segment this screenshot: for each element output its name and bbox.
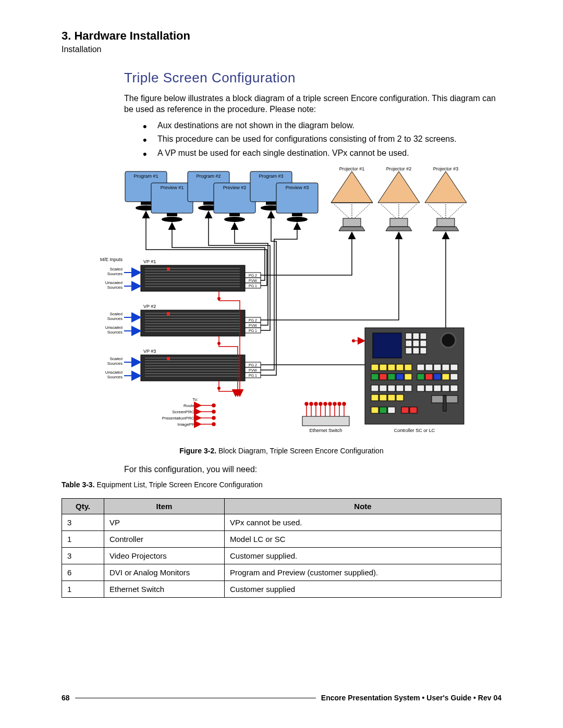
svg-rect-155 [380, 374, 387, 380]
svg-point-109 [328, 402, 332, 405]
ethernet-switch: Ethernet Switch [302, 402, 349, 433]
svg-line-30 [449, 204, 464, 218]
svg-rect-16 [292, 213, 302, 216]
svg-text:Unscaled: Unscaled [105, 280, 123, 285]
svg-text:PVW: PVW [249, 368, 257, 372]
svg-rect-134 [406, 333, 412, 339]
svg-rect-158 [405, 374, 412, 380]
svg-rect-140 [406, 348, 412, 354]
svg-text:PG 2: PG 2 [249, 363, 257, 367]
block-diagram: Program #1 Preview #1 Program #2 [62, 166, 501, 442]
bullet-list: Aux destinations are not shown in the di… [140, 120, 501, 159]
svg-point-101 [310, 402, 313, 405]
svg-rect-40 [167, 267, 170, 270]
svg-text:Sources: Sources [107, 285, 123, 290]
svg-rect-62 [167, 312, 170, 315]
vp-unit-2: VP #2 PG 2 PVW PG 1 [141, 304, 261, 336]
svg-rect-169 [417, 385, 424, 391]
svg-rect-75 [141, 355, 245, 381]
table-header-row: Qty. Item Note [62, 498, 501, 514]
label-program-2: Program #2 [196, 174, 221, 179]
svg-rect-154 [371, 374, 378, 380]
svg-rect-153 [450, 364, 458, 371]
svg-rect-135 [413, 333, 419, 339]
label-vp-3: VP #3 [143, 349, 156, 354]
bullet-item: Aux destinations are not shown in the di… [140, 120, 501, 131]
svg-rect-4 [167, 213, 177, 216]
svg-rect-157 [396, 374, 403, 380]
svg-line-25 [381, 204, 396, 218]
svg-rect-10 [229, 213, 240, 216]
svg-rect-151 [434, 364, 441, 371]
footer-rule [75, 698, 316, 698]
diagram-svg: Program #1 Preview #1 Program #2 [83, 166, 480, 442]
page-footer: 68 Encore Presentation System • User's G… [62, 694, 501, 702]
bullet-item: A VP must be used for each single destin… [140, 148, 501, 159]
svg-point-107 [324, 402, 327, 405]
svg-rect-171 [434, 385, 441, 391]
svg-rect-142 [420, 348, 426, 354]
svg-text:PVW: PVW [249, 324, 257, 327]
svg-point-125 [212, 404, 215, 407]
svg-rect-161 [434, 374, 441, 380]
svg-text:Sources: Sources [107, 272, 123, 276]
svg-rect-23 [390, 218, 408, 227]
bullet-item: This procedure can be used for configura… [140, 134, 501, 145]
svg-point-143 [441, 333, 456, 348]
svg-point-99 [305, 402, 308, 405]
svg-rect-166 [388, 385, 395, 391]
label-projector-3: Projector #3 [433, 166, 459, 171]
svg-point-129 [212, 416, 215, 419]
table-caption: Table 3-3. Equipment List, Triple Screen… [62, 480, 501, 489]
section-heading: 3. Hardware Installation [62, 29, 501, 43]
svg-text:Sources: Sources [107, 375, 123, 379]
svg-rect-160 [425, 374, 433, 380]
svg-text:PVW: PVW [249, 279, 257, 282]
svg-text:Scaled: Scaled [110, 312, 123, 316]
projector-2: Projector #2 [378, 166, 420, 231]
svg-point-105 [319, 402, 322, 405]
svg-line-26 [402, 204, 417, 218]
svg-rect-179 [443, 396, 446, 411]
svg-rect-164 [371, 385, 378, 391]
svg-rect-156 [388, 374, 395, 380]
svg-point-115 [342, 402, 346, 405]
svg-text:Sources: Sources [107, 316, 123, 321]
label-projector-2: Projector #2 [386, 166, 412, 171]
svg-rect-145 [380, 364, 387, 371]
svg-rect-19 [343, 218, 361, 227]
svg-rect-147 [396, 364, 403, 371]
svg-rect-180 [371, 407, 378, 413]
sub-heading: Triple Screen Configuration [124, 70, 501, 86]
svg-rect-163 [450, 374, 458, 380]
svg-rect-1 [141, 202, 151, 205]
vp-unit-1: VP #1 PG 2 PVW PG 1 [141, 259, 261, 291]
figure-caption: Figure 3-2. Block Diagram, Triple Screen… [62, 447, 501, 455]
svg-rect-177 [396, 394, 403, 401]
doc-title: Encore Presentation System • User's Guid… [321, 694, 501, 702]
label-preview-1: Preview #1 [161, 185, 184, 190]
svg-rect-13 [266, 202, 276, 205]
label-controller: Controller SC or LC [394, 428, 435, 433]
label-projector-1: Projector #1 [339, 166, 365, 171]
svg-rect-149 [417, 364, 424, 371]
svg-rect-170 [425, 385, 433, 391]
table-row: 3 VP VPx cannot be used. [62, 514, 501, 530]
svg-line-29 [427, 204, 443, 218]
table-row: 1 Controller Model LC or SC [62, 530, 501, 547]
equipment-table: Qty. Item Note 3 VP VPx cannot be used. … [62, 498, 501, 598]
svg-rect-159 [417, 374, 424, 380]
svg-text:Sources: Sources [107, 361, 123, 366]
svg-rect-139 [420, 340, 426, 347]
table-row: 6 DVI or Analog Monitors Program and Pre… [62, 564, 501, 581]
intro-paragraph: The figure below illustrates a block dia… [124, 93, 501, 115]
svg-rect-141 [413, 348, 419, 354]
label-preview-3: Preview #3 [286, 185, 309, 190]
svg-rect-31 [141, 265, 245, 291]
svg-point-5 [162, 217, 182, 222]
svg-rect-182 [388, 407, 395, 413]
svg-point-111 [333, 402, 336, 405]
svg-rect-174 [371, 394, 378, 401]
projector-3: Projector #3 [425, 166, 467, 231]
table-row: 1 Ethernet Switch Customer supplied [62, 581, 501, 597]
